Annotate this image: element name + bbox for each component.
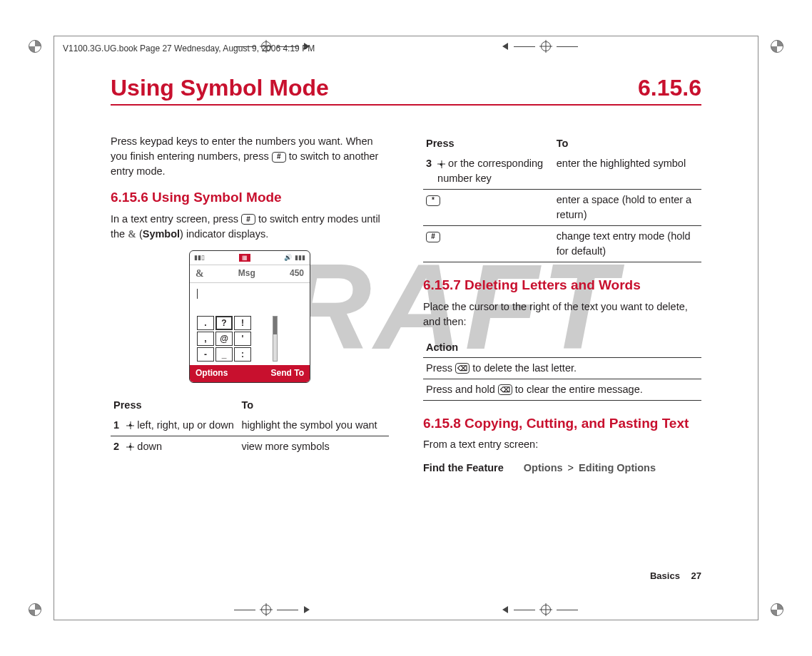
symbol-cell: . [197, 316, 214, 330]
table-row: 3 or the corresponding number key enter … [423, 153, 701, 190]
two-column-layout: Press keypad keys to enter the numbers y… [111, 134, 701, 476]
registration-mark-icon [29, 40, 41, 53]
intro-paragraph: Press keypad keys to enter the numbers y… [111, 134, 389, 179]
find-feature-value: Options > Editing Options [524, 461, 656, 476]
symbol-cell: ! [234, 316, 251, 330]
table-header-to: To [554, 134, 701, 153]
press-to-table: Press To 3 or the corresponding number k… [423, 134, 701, 262]
nav-key-icon [126, 421, 134, 429]
char-count: 450 [290, 267, 304, 280]
registration-mark-icon [771, 603, 783, 616]
left-column: Press keypad keys to enter the numbers y… [111, 134, 389, 476]
registration-mark-icon [29, 603, 41, 616]
symbol-grid: . ? ! , @ ' - _ : [197, 316, 270, 362]
sound-icon: 🔊 [284, 253, 292, 262]
table-row: Press ⌫ to delete the last letter. [423, 357, 701, 379]
hash-key-icon: # [426, 232, 440, 242]
table-header-action: Action [423, 338, 701, 358]
nav-key-icon [126, 443, 134, 451]
center-key-icon [437, 160, 445, 168]
subsection-heading: 6.15.6 Using Symbol Mode [111, 188, 389, 207]
page-footer: Basics 27 [650, 570, 701, 581]
delete-intro: Place the cursor to the right of the tex… [423, 299, 701, 329]
symbol-cell: : [234, 347, 251, 362]
section-heading: Using Symbol Mode 6.15.6 [111, 75, 701, 106]
hash-key-icon: # [241, 214, 255, 225]
find-feature-label: Find the Feature [423, 461, 504, 476]
star-key-icon: * [426, 195, 440, 206]
section-title: Using Symbol Mode [111, 75, 329, 101]
softkey-left: Options [196, 367, 228, 379]
page-header-meta: V1100.3G.UG.book Page 27 Wednesday, Augu… [63, 43, 749, 53]
registration-mark-icon [771, 40, 783, 53]
subsection-heading: 6.15.8 Copying, Cutting, and Pasting Tex… [423, 414, 701, 434]
text-cursor [197, 289, 198, 299]
flag-icon: ▦ [239, 254, 250, 262]
table-row: 2 down view more symbols [111, 436, 389, 457]
footer-section: Basics [650, 570, 680, 581]
phone-body: . ? ! , @ ' - _ : [190, 283, 310, 365]
ampersand-icon: & [128, 229, 136, 240]
action-table: Action Press ⌫ to delete the last letter… [423, 338, 701, 401]
symbol-cell: - [197, 347, 214, 362]
battery-icon: ▮▮▮ [295, 253, 305, 262]
symbol-cell: ' [234, 332, 251, 346]
table-header-press: Press [423, 134, 554, 153]
symbol-cell: _ [215, 347, 233, 362]
phone-title: Msg [204, 267, 290, 280]
symbol-cell: @ [215, 332, 233, 346]
symbol-cell: ? [215, 316, 233, 330]
copy-intro: From a text entry screen: [423, 437, 701, 452]
clear-key-icon: ⌫ [498, 384, 512, 395]
phone-title-bar: & Msg 450 [190, 265, 310, 283]
table-header-press: Press [111, 396, 238, 415]
phone-screen-illustration: ▮▮▯ ▦ 🔊 ▮▮▮ & Msg 450 . [189, 250, 310, 383]
phone-softkeys: Options Send To [190, 365, 310, 381]
signal-icon: ▮▮▯ [194, 253, 205, 262]
mode-indicator-icon: & [196, 267, 204, 281]
section-number: 6.15.6 [638, 75, 701, 101]
hash-key-icon: # [272, 152, 286, 163]
clear-key-icon: ⌫ [455, 363, 470, 374]
symbol-mode-paragraph: In a text entry screen, press # to switc… [111, 212, 389, 242]
table-row: Press and hold ⌫ to clear the entire mes… [423, 379, 701, 400]
scrollbar [273, 316, 278, 362]
subsection-heading: 6.15.7 Deleting Letters and Words [423, 275, 701, 295]
table-row: * enter a space (hold to enter a return) [423, 190, 701, 226]
softkey-right: Send To [271, 367, 304, 379]
right-column: Press To 3 or the corresponding number k… [423, 134, 701, 476]
table-header-to: To [238, 396, 389, 415]
find-feature-row: Find the Feature Options > Editing Optio… [423, 461, 701, 476]
symbol-cell: , [197, 332, 214, 346]
table-row: # change text entry mode (hold for defau… [423, 226, 701, 262]
page-number: 27 [691, 570, 701, 581]
page-content: Using Symbol Mode 6.15.6 Press keypad ke… [111, 75, 701, 581]
phone-status-bar: ▮▮▯ ▦ 🔊 ▮▮▮ [190, 251, 310, 265]
table-row: 1 left, right, up or down highlight the … [111, 415, 389, 436]
press-to-table: Press To 1 left, right, up or down highl… [111, 396, 389, 457]
